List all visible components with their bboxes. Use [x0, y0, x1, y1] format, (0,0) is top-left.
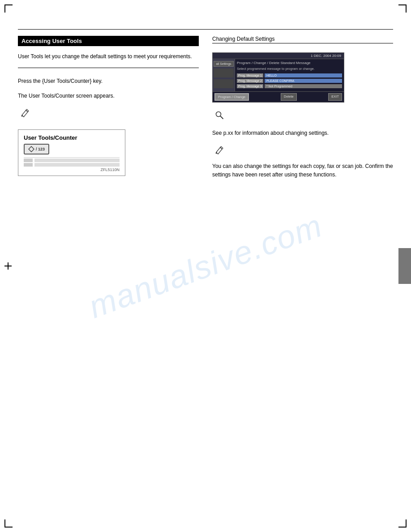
message-label-3: Prog. Message 3	[237, 84, 263, 88]
machine-sidebar-item: all Settings	[214, 61, 234, 67]
footer-cell-light	[24, 159, 33, 162]
corner-mark-tl	[4, 4, 13, 13]
left-section-divider	[18, 68, 199, 68]
user-tools-screenshot: User Tools/Counter / 123	[18, 129, 125, 176]
counter-button-label: / 123	[36, 147, 45, 151]
screenshot-footer-rows	[24, 159, 120, 167]
pencil-icon-right	[215, 146, 393, 156]
machine-footer-btn-program[interactable]: Program / Change	[214, 93, 249, 101]
machine-footer: Program / Change Delete EXIT	[213, 91, 344, 102]
search-icon-wrap	[215, 111, 393, 121]
left-body-paragraph: Press the {User Tools/Counter} key.	[18, 77, 199, 86]
right-pencil-note: You can also change the settings for eac…	[212, 162, 393, 179]
left-section-subtext: User Tools let you change the default se…	[18, 52, 199, 60]
footer-row-1	[24, 159, 120, 162]
corner-mark-br	[398, 519, 407, 528]
machine-sidebar-block1	[214, 69, 234, 77]
screenshot-title: User Tools/Counter	[24, 134, 120, 141]
svg-marker-0	[29, 146, 34, 152]
left-body-paragraph2: The User Tools/Counter screen appears.	[18, 92, 199, 100]
right-section-heading: Changing Default Settings	[212, 36, 393, 43]
message-row-2: Prog. Message 2 PLEASE CONFIRM.	[237, 79, 342, 83]
right-column: Changing Default Settings 1 DEC. 2004 20…	[212, 36, 393, 505]
machine-body: all Settings Program / Change / Delete S…	[213, 59, 344, 91]
machine-main: Program / Change / Delete Standard Messa…	[235, 59, 344, 91]
machine-instruction: Program / Change / Delete Standard Messa…	[237, 61, 342, 65]
machine-screenshot: 1 DEC. 2004 20:09 all Settings Program /…	[212, 52, 344, 103]
machine-sidebar-block2	[214, 79, 234, 88]
screenshot-divider	[24, 157, 120, 158]
machine-footer-btn-delete[interactable]: Delete	[281, 93, 297, 101]
message-row-3: Prog. Message 3 * Not Programmed	[237, 84, 342, 88]
page-content: Accessing User Tools User Tools let you …	[18, 36, 393, 505]
gray-tab	[398, 248, 411, 284]
left-section-heading: Accessing User Tools	[18, 36, 199, 46]
screenshot-button-row: / 123	[24, 144, 120, 154]
screenshot-caption: ZFL5110N	[24, 167, 120, 172]
message-value-3: * Not Programmed	[265, 84, 342, 88]
footer-cell-light2	[24, 163, 33, 167]
corner-mark-bl	[4, 519, 13, 528]
side-mark-left	[4, 262, 12, 270]
counter-button: / 123	[24, 144, 49, 154]
message-value-1: HELLO	[265, 73, 342, 77]
machine-header: 1 DEC. 2004 20:09	[213, 53, 344, 59]
message-value-2: PLEASE CONFIRM.	[265, 79, 342, 83]
footer-row-2	[24, 163, 120, 167]
machine-instruction-sub: Select programmed message to program or …	[237, 67, 342, 71]
message-label-1: Prog. Message 1	[237, 73, 263, 77]
top-rule	[18, 29, 393, 30]
machine-footer-btn-exit[interactable]: EXIT	[328, 93, 342, 101]
footer-cell-mid	[34, 159, 120, 162]
right-search-note: See p.xx for information about changing …	[212, 129, 393, 137]
corner-mark-tr	[398, 4, 407, 13]
message-row-1: Prog. Message 1 HELLO	[237, 73, 342, 77]
svg-point-1	[216, 112, 221, 117]
footer-cell-mid2	[34, 163, 120, 167]
left-column: Accessing User Tools User Tools let you …	[18, 36, 199, 505]
machine-sidebar: all Settings	[213, 59, 235, 91]
pencil-icon-left	[21, 108, 199, 119]
message-label-2: Prog. Message 2	[237, 79, 263, 83]
svg-line-2	[221, 116, 223, 119]
